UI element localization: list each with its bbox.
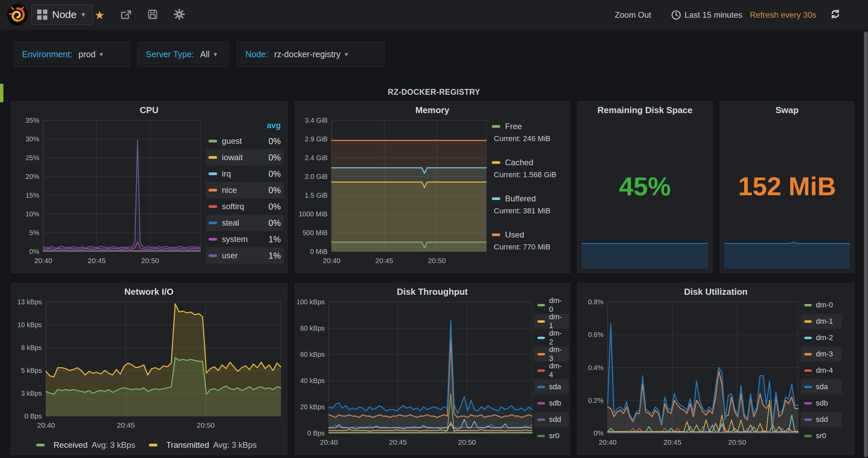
network-graph[interactable]: 0 Bps3 kBps5 kBps8 kBps10 kBps13 kBps20:…: [14, 297, 286, 434]
dashboard-title: Node: [52, 9, 77, 20]
legend-item[interactable]: dm-2: [534, 330, 569, 345]
legend-item[interactable]: sda: [801, 379, 842, 394]
legend-item[interactable]: steal 0%: [206, 215, 284, 231]
variable-server-type[interactable]: Server Type: All ▾: [137, 42, 229, 67]
gear-icon[interactable]: [172, 9, 187, 21]
dashboard-picker-button[interactable]: Node ▾: [31, 4, 93, 25]
series-color-swatch: [804, 402, 812, 404]
legend-item[interactable]: dm-1: [801, 314, 842, 329]
legend-item[interactable]: nice 0%: [206, 182, 284, 198]
series-name: Cached: [505, 158, 568, 167]
panel-title[interactable]: Swap: [720, 105, 854, 116]
legend-item[interactable]: sdd: [801, 412, 842, 427]
svg-text:20:50: 20:50: [458, 438, 476, 446]
legend-item[interactable]: dm-0: [801, 297, 842, 312]
variable-label: Environment:: [22, 49, 72, 59]
series-color-swatch: [209, 189, 217, 192]
series-name: nice: [222, 185, 269, 195]
series-avg-value: 1%: [269, 251, 281, 261]
legend-item[interactable]: dm-0: [534, 297, 569, 312]
svg-text:2.9 GiB: 2.9 GiB: [305, 135, 328, 143]
dashboards-grid-icon: [37, 10, 47, 20]
cpu-graph[interactable]: 0%5%10%15%20%25%30%35%20:4020:4520:50: [14, 115, 202, 270]
series-color-swatch: [804, 369, 812, 372]
svg-text:0%: 0%: [29, 248, 39, 255]
legend-item[interactable]: dm-3: [534, 347, 569, 362]
disk-utilization-graph[interactable]: 0%0.2%0.4%0.6%0.8%20:4020:4520:50: [580, 297, 800, 452]
svg-text:20%: 20%: [26, 173, 39, 180]
star-icon[interactable]: ★: [92, 8, 107, 22]
legend-item[interactable]: dm-4: [534, 363, 569, 378]
save-icon[interactable]: [145, 9, 160, 21]
series-name: Transmitted: [166, 440, 209, 450]
panel-title[interactable]: Disk Throughput: [295, 287, 570, 297]
legend-avg-header[interactable]: avg: [206, 121, 284, 133]
variable-label: Server Type:: [146, 49, 194, 59]
svg-text:20:40: 20:40: [599, 438, 617, 446]
series-color-swatch: [492, 125, 500, 128]
series-color-swatch: [36, 444, 45, 446]
panel-title[interactable]: Remaining Disk Space: [578, 105, 712, 116]
svg-text:20:50: 20:50: [728, 438, 746, 446]
svg-text:1000 MiB: 1000 MiB: [299, 210, 328, 218]
series-name: dm-0: [549, 296, 565, 314]
series-avg-value: 0%: [269, 136, 281, 146]
legend-item[interactable]: Buffered Current: 381 MiB: [492, 193, 568, 217]
panel-title[interactable]: Disk Utilization: [578, 287, 854, 297]
variable-environment[interactable]: Environment: prod ▾: [14, 42, 130, 67]
legend-item[interactable]: sdd: [534, 412, 569, 427]
legend-item[interactable]: dm-4: [801, 363, 842, 378]
series-color-swatch: [492, 233, 500, 236]
series-name: Received: [54, 440, 88, 450]
legend-item[interactable]: softirq 0%: [206, 198, 284, 215]
series-current-value: Current: 770 MiB: [494, 243, 568, 253]
series-color-swatch: [209, 205, 217, 208]
series-name: dm-4: [816, 366, 838, 375]
legend-item[interactable]: dm-2: [801, 330, 842, 345]
legend-item[interactable]: Cached Current: 1.568 GiB: [492, 157, 568, 181]
time-range-button[interactable]: Last 15 minutes: [671, 10, 742, 20]
panel-network-io: Network I/O 0 Bps3 kBps5 kBps8 kBps10 kB…: [11, 283, 287, 455]
grafana-logo[interactable]: [7, 3, 28, 26]
series-color-swatch: [804, 337, 812, 339]
vertical-scrollbar[interactable]: [864, 31, 868, 457]
row-title[interactable]: RZ-DOCKER-REGISTRY: [0, 82, 868, 102]
refresh-icon[interactable]: [830, 9, 841, 21]
variable-node[interactable]: Node: rz-docker-registry ▾: [237, 42, 385, 67]
legend-item[interactable]: Transmitted Avg: 3 kBps: [149, 440, 257, 450]
panel-memory: Memory 0 MiB500 MiB1000 MiB1.5 GiB2.0 Gi…: [294, 101, 570, 273]
legend-item[interactable]: Received Avg: 3 kBps: [36, 440, 135, 450]
svg-text:13 kBps: 13 kBps: [17, 298, 42, 306]
refresh-interval-button[interactable]: Refresh every 30s: [750, 10, 816, 20]
legend-item[interactable]: irq 0%: [206, 166, 284, 182]
svg-text:3 kBps: 3 kBps: [21, 390, 42, 397]
panel-title[interactable]: Memory: [295, 105, 570, 116]
legend-item[interactable]: sda: [534, 379, 569, 394]
svg-text:20:50: 20:50: [141, 257, 159, 264]
legend-item[interactable]: sr0: [801, 428, 842, 443]
memory-graph[interactable]: 0 MiB500 MiB1000 MiB1.5 GiB2.0 GiB2.4 Gi…: [298, 115, 488, 270]
legend-item[interactable]: sdb: [534, 396, 569, 411]
svg-text:0.4%: 0.4%: [588, 364, 604, 371]
legend-item[interactable]: Used Current: 770 MiB: [492, 229, 568, 253]
disk-throughput-legend: dm-0 dm-1 dm-2 dm-3 dm-4 sda: [534, 297, 569, 445]
legend-item[interactable]: user 1%: [206, 247, 284, 264]
legend-item[interactable]: sr0: [534, 428, 569, 443]
svg-text:100 kBps: 100 kBps: [298, 298, 325, 306]
zoom-out-button[interactable]: Zoom Out: [615, 10, 651, 20]
legend-item[interactable]: dm-3: [801, 347, 842, 362]
disk-throughput-graph[interactable]: 0 Bps20 kBps40 kBps60 kBps80 kBps100 kBp…: [298, 297, 533, 452]
series-name: sda: [549, 382, 565, 391]
svg-text:20:50: 20:50: [428, 257, 446, 264]
legend-item[interactable]: guest 0%: [206, 133, 284, 149]
share-icon[interactable]: [119, 9, 134, 21]
legend-item[interactable]: iowait 0%: [206, 149, 284, 166]
legend-item[interactable]: dm-1: [534, 314, 569, 329]
grafana-dashboard: Node ▾ ★: [0, 0, 868, 458]
legend-item[interactable]: system 1%: [206, 231, 284, 247]
panel-title[interactable]: Network I/O: [11, 287, 287, 297]
legend-item[interactable]: sdb: [801, 396, 842, 411]
svg-text:0%: 0%: [594, 429, 604, 437]
legend-item[interactable]: Free Current: 246 MiB: [492, 121, 568, 144]
panel-title[interactable]: CPU: [11, 105, 287, 116]
